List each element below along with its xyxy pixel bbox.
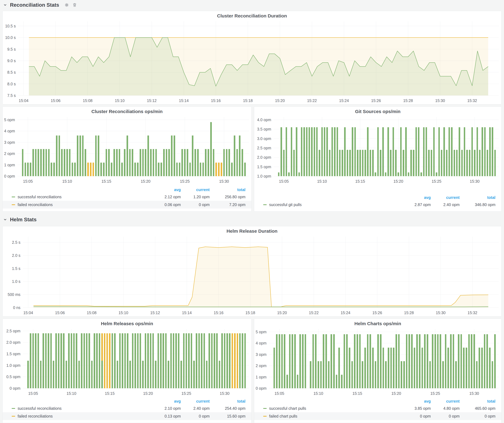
helm-releases-opm-chart[interactable]: 15:0515:1015:1515:2015:2515:300 opm0.5 o…: [3, 327, 251, 397]
git-sources-opm-chart[interactable]: 15:0515:1015:1515:2015:2515:301.0 opm1.5…: [254, 115, 501, 185]
svg-text:15:25: 15:25: [180, 179, 190, 183]
legend-series-name[interactable]: failed reconciliations: [12, 202, 153, 207]
svg-text:500 ms: 500 ms: [8, 292, 20, 297]
svg-text:0 opm: 0 opm: [4, 174, 15, 178]
svg-text:15:18: 15:18: [243, 98, 253, 103]
legend-sort-current[interactable]: current: [431, 195, 460, 200]
legend-row: successful reconciliations2.12 opm1.20 o…: [3, 193, 251, 201]
legend-header: avgcurrenttotal: [3, 186, 251, 193]
legend-value: 3.85 opm: [403, 406, 431, 411]
legend-value: 2.87 opm: [403, 202, 431, 207]
legend-row: failed chart pulls0 opm0 opm0 opm: [254, 412, 501, 420]
svg-text:9.0 s: 9.0 s: [7, 59, 16, 63]
svg-text:0.5 opm: 0.5 opm: [6, 375, 20, 379]
panel-git-sources-opm: Git Sources ops/min 15:0515:1015:1515:20…: [254, 106, 502, 212]
legend-series-name[interactable]: successful reconciliations: [12, 406, 153, 411]
panel-title: Cluster Reconciliations ops/min: [3, 107, 251, 115]
svg-text:15:20: 15:20: [143, 391, 153, 396]
legend-series-name[interactable]: successful chart pulls: [263, 406, 403, 411]
svg-text:15:05: 15:05: [23, 179, 33, 183]
legend-sort-total[interactable]: total: [460, 195, 495, 200]
helm-release-duration-chart[interactable]: 15:0415:0615:0815:1015:1215:1415:1615:18…: [3, 234, 501, 316]
panel-title: Helm Releases ops/min: [3, 319, 251, 327]
cluster-reconciliations-opm-chart[interactable]: 15:0515:1015:1515:2015:2515:300 opm1 opm…: [3, 115, 251, 185]
svg-text:5 opm: 5 opm: [256, 330, 266, 334]
legend-header: avgcurrenttotal: [254, 398, 501, 405]
svg-text:15:10: 15:10: [66, 391, 76, 396]
legend-value: 0 opm: [403, 414, 431, 418]
legend: avgcurrenttotalsuccessful git pulls2.87 …: [254, 194, 501, 211]
svg-text:15:26: 15:26: [372, 311, 382, 315]
panel-title: Helm Charts ops/min: [254, 319, 501, 327]
svg-text:15:15: 15:15: [352, 391, 362, 396]
svg-text:3.0 opm: 3.0 opm: [257, 136, 271, 141]
legend-sort-avg[interactable]: avg: [153, 399, 181, 404]
trash-icon[interactable]: [72, 2, 77, 7]
svg-text:0 ns: 0 ns: [13, 306, 20, 310]
svg-text:3.5 opm: 3.5 opm: [257, 127, 271, 131]
section-reconciliation-stats[interactable]: Reconciliation Stats: [3, 1, 77, 9]
svg-text:2.0 s: 2.0 s: [12, 253, 20, 258]
series-color-dash: [263, 204, 267, 205]
svg-text:15:22: 15:22: [307, 98, 317, 103]
svg-text:15:18: 15:18: [246, 311, 255, 315]
legend-value: 0.06 opm: [153, 202, 181, 207]
legend-value: 465.60 opm: [460, 406, 495, 411]
svg-text:15:30: 15:30: [219, 179, 229, 183]
gear-icon[interactable]: [64, 2, 69, 8]
legend-sort-avg[interactable]: avg: [153, 188, 181, 192]
svg-text:15:16: 15:16: [211, 98, 221, 103]
legend-value: 1.20 opm: [181, 195, 210, 199]
legend-sort-avg[interactable]: avg: [403, 195, 431, 200]
helm-charts-opm-chart[interactable]: 15:0515:1015:1515:2015:2515:300 opm1 opm…: [254, 327, 501, 397]
svg-text:15:20: 15:20: [141, 179, 150, 183]
svg-text:1.0 opm: 1.0 opm: [6, 363, 20, 368]
svg-text:5 opm: 5 opm: [4, 118, 15, 122]
legend-series-name[interactable]: successful reconciliations: [12, 195, 153, 199]
panel-title: Cluster Reconciliation Duration: [3, 11, 501, 19]
legend-value: 2.40 opm: [431, 202, 460, 207]
legend-sort-avg[interactable]: avg: [403, 399, 431, 404]
svg-text:1 opm: 1 opm: [256, 375, 266, 379]
svg-text:4 opm: 4 opm: [4, 129, 15, 133]
legend-sort-total[interactable]: total: [460, 399, 495, 404]
svg-text:15:32: 15:32: [467, 98, 477, 103]
svg-text:15:10: 15:10: [119, 311, 128, 315]
legend-sort-current[interactable]: current: [181, 399, 210, 404]
legend-sort-total[interactable]: total: [210, 399, 246, 404]
legend-sort-total[interactable]: total: [210, 188, 246, 192]
svg-text:15:25: 15:25: [430, 391, 440, 396]
svg-text:15:25: 15:25: [432, 179, 442, 183]
legend-sort-current[interactable]: current: [431, 399, 460, 404]
panel-helm-release-duration: Helm Release Duration 15:0415:0615:0815:…: [2, 226, 502, 317]
svg-text:2.0 opm: 2.0 opm: [6, 340, 20, 345]
svg-text:1 opm: 1 opm: [4, 163, 15, 167]
series-color-dash: [12, 197, 15, 197]
section-title: Reconciliation Stats: [10, 2, 59, 8]
legend-series-name[interactable]: failed reconciliations: [12, 414, 153, 418]
legend-value: 2.12 opm: [153, 195, 181, 199]
section-helm-stats[interactable]: Helm Stats: [3, 216, 37, 224]
svg-text:15:26: 15:26: [371, 98, 381, 103]
svg-text:15:12: 15:12: [147, 98, 157, 103]
svg-text:9.5 s: 9.5 s: [7, 47, 16, 51]
legend-series-name[interactable]: failed chart pulls: [263, 414, 403, 418]
legend-sort-current[interactable]: current: [181, 188, 210, 192]
legend-row: failed reconciliations0.06 opm0 opm7.20 …: [3, 201, 251, 209]
svg-text:7.5 s: 7.5 s: [7, 93, 16, 98]
svg-text:15:16: 15:16: [214, 311, 223, 315]
panel-title: Git Sources ops/min: [254, 107, 501, 115]
svg-text:2 opm: 2 opm: [4, 151, 15, 156]
svg-text:15:30: 15:30: [470, 179, 480, 183]
legend-series-name[interactable]: successful git pulls: [263, 202, 403, 207]
legend-value: 2.10 opm: [153, 406, 181, 411]
legend: avgcurrenttotalsuccessful reconciliation…: [3, 186, 251, 211]
series-color-dash: [263, 408, 267, 409]
legend-value: 0 opm: [460, 414, 495, 418]
legend-row: successful chart pulls3.85 opm4.80 opm46…: [254, 405, 501, 412]
legend-row: successful git pulls2.87 opm2.40 opm346.…: [254, 201, 501, 209]
svg-text:15:10: 15:10: [62, 179, 72, 183]
svg-text:15:24: 15:24: [339, 98, 349, 103]
cluster-reconciliation-duration-chart[interactable]: 15:0415:0615:0815:1015:1215:1415:1615:18…: [3, 19, 501, 104]
svg-text:15:30: 15:30: [436, 311, 445, 315]
